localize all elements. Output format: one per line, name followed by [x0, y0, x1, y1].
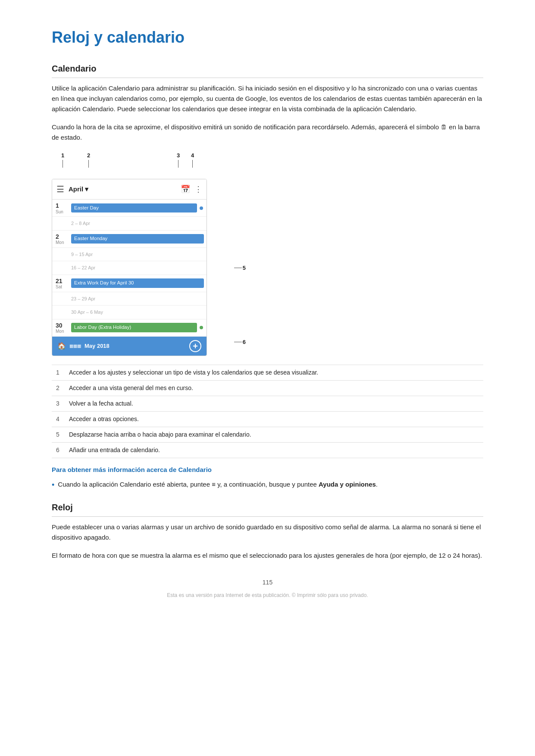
more-options-icon: ⋮	[194, 184, 202, 195]
cal-events-1: Easter Day	[69, 200, 200, 216]
reloj-body2: El formato de hora con que se muestra la…	[52, 550, 483, 561]
page-number: 115	[52, 578, 483, 587]
cal-row-day2: 2 Mon Easter Monday	[52, 231, 206, 248]
reloj-body1: Puede establecer una o varias alarmas y …	[52, 522, 483, 543]
footer-note: Esta es una versión para Internet de est…	[52, 591, 483, 599]
cal-range5: 30 Apr – 6 May	[69, 306, 206, 319]
cal-row-day21: 21 Sat Extra Work Day for April 30	[52, 275, 206, 292]
calendar-diagram: 1 2 3 4 ☰ April ▾ 📅 ⋮	[52, 151, 237, 356]
bullet-item-1: • Cuando la aplicación Calendario esté a…	[52, 480, 483, 490]
legend-table: 1Acceder a los ajustes y seleccionar un …	[52, 365, 483, 458]
cal-events-2: Easter Monday	[69, 231, 206, 247]
calendario-section-title: Calendario	[52, 62, 483, 78]
legend-text: Volver a la fecha actual.	[65, 396, 483, 411]
legend-row: 3Volver a la fecha actual.	[52, 396, 483, 411]
cal-row-range4: 23 – 29 Apr	[52, 292, 206, 306]
range-2-8: 2 – 8 Apr	[71, 219, 204, 228]
cal-date-2: 2 Mon	[52, 231, 69, 247]
cal-header: ☰ April ▾ 📅 ⋮	[52, 179, 206, 200]
bullet-dot: •	[52, 480, 54, 490]
cal-row-day30: 30 Mon Labor Day (Extra Holiday)	[52, 319, 206, 337]
cal-range3: 16 – 22 Apr	[69, 261, 206, 275]
reloj-section-title: Reloj	[52, 501, 483, 517]
calendar-widget: ☰ April ▾ 📅 ⋮ 1 Sun Easter Day 2 – 8 Apr	[52, 179, 207, 356]
add-entry-button[interactable]: +	[189, 340, 201, 352]
annotation-5-label: 5	[243, 264, 246, 272]
annotation-3-label: 3	[177, 151, 180, 160]
legend-text: Acceder a los ajustes y seleccionar un t…	[65, 365, 483, 380]
legend-text: Añadir una entrada de calendario.	[65, 442, 483, 458]
legend-num: 5	[52, 427, 65, 442]
cal-icon: 📅	[181, 184, 190, 195]
cal-date-empty4	[52, 292, 69, 306]
info-link[interactable]: Para obtener más información acerca de C…	[52, 466, 212, 473]
annotation-4-label: 4	[191, 151, 194, 160]
annotation-1-label: 1	[61, 151, 64, 160]
footer-home-icon: 🏠	[57, 341, 66, 351]
page-title: Reloj y calendario	[52, 26, 483, 49]
menu-icon: ☰	[56, 183, 64, 196]
bullet-text: Cuando la aplicación Calendario esté abi…	[58, 480, 378, 490]
legend-row: 1Acceder a los ajustes y seleccionar un …	[52, 365, 483, 380]
cal-footer: 🏠 ▦▦▦ May 2018 +	[52, 337, 206, 356]
legend-text: Desplazarse hacia arriba o hacia abajo p…	[65, 427, 483, 442]
easter-monday-event: Easter Monday	[71, 234, 204, 243]
legend-row: 2Acceder a una vista general del mes en …	[52, 380, 483, 396]
labor-day-event: Labor Day (Extra Holiday)	[71, 323, 197, 332]
extra-work-day-event: Extra Work Day for April 30	[71, 278, 204, 287]
bold-help: Ayuda y opiniones	[319, 481, 376, 488]
bullet-section: • Cuando la aplicación Calendario esté a…	[52, 480, 483, 490]
range-9-15: 9 – 15 Apr	[71, 250, 204, 259]
legend-row: 5Desplazarse hacia arriba o hacia abajo …	[52, 427, 483, 442]
easter-day-event: Easter Day	[71, 203, 197, 212]
legend-num: 4	[52, 411, 65, 427]
cal-events-30: Labor Day (Extra Holiday)	[69, 319, 200, 336]
cal-dot-1	[200, 206, 203, 210]
legend-num: 2	[52, 380, 65, 396]
cal-events-21: Extra Work Day for April 30	[69, 275, 206, 292]
annotation-6-area: 6	[234, 338, 246, 347]
footer-mini-calendar: ▦▦▦	[69, 343, 81, 349]
cal-row-range3: 16 – 22 Apr	[52, 261, 206, 275]
legend-num: 3	[52, 396, 65, 411]
cal-date-empty2	[52, 248, 69, 261]
cal-range2: 9 – 15 Apr	[69, 248, 206, 261]
cal-date-30: 30 Mon	[52, 319, 69, 336]
cal-header-icons: 📅 ⋮	[181, 184, 202, 195]
legend-num: 1	[52, 365, 65, 380]
legend-row: 4Acceder a otras opciones.	[52, 411, 483, 427]
range-16-22: 16 – 22 Apr	[71, 263, 204, 272]
annotation-6-label: 6	[243, 338, 246, 347]
cal-row-day1: 1 Sun Easter Day	[52, 200, 206, 217]
legend-text: Acceder a una vista general del mes en c…	[65, 380, 483, 396]
range-30apr-6may: 30 Apr – 6 May	[71, 308, 204, 317]
cal-dot-30	[200, 326, 203, 329]
reloj-section: Reloj Puede establecer una o varias alar…	[52, 501, 483, 561]
calendario-body1: Utilice la aplicación Calendario para ad…	[52, 83, 483, 114]
legend-text: Acceder a otras opciones.	[65, 411, 483, 427]
cal-date-1: 1 Sun	[52, 200, 69, 216]
cal-date-empty1	[52, 217, 69, 230]
cal-row-range1: 2 – 8 Apr	[52, 217, 206, 231]
cal-date-empty5	[52, 306, 69, 319]
calendario-body2: Cuando la hora de la cita se aproxime, e…	[52, 122, 483, 143]
legend-row: 6Añadir una entrada de calendario.	[52, 442, 483, 458]
cal-month-title: April ▾	[69, 184, 181, 194]
cal-row-range2: 9 – 15 Apr	[52, 248, 206, 262]
range-23-29: 23 – 29 Apr	[71, 294, 204, 303]
cal-date-21: 21 Sat	[52, 275, 69, 292]
cal-range1: 2 – 8 Apr	[69, 217, 206, 230]
cal-date-empty3	[52, 261, 69, 275]
annotation-2-label: 2	[87, 151, 90, 160]
cal-row-range5: 30 Apr – 6 May	[52, 306, 206, 319]
legend-num: 6	[52, 442, 65, 458]
annotation-5-area: 5	[234, 264, 246, 272]
cal-footer-month: May 2018	[84, 342, 189, 350]
cal-range4: 23 – 29 Apr	[69, 292, 206, 306]
